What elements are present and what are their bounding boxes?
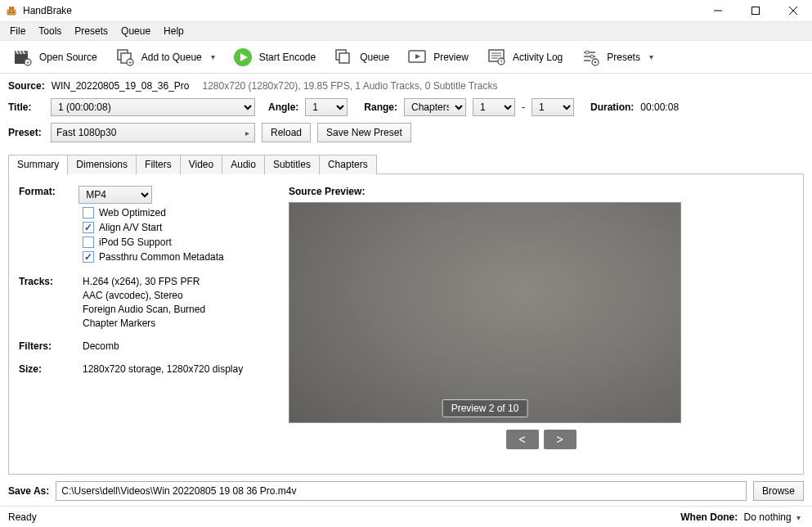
menu-presets[interactable]: Presets <box>68 23 114 39</box>
svg-rect-1 <box>9 7 14 10</box>
preview-prev-button[interactable]: < <box>506 430 539 449</box>
svg-point-31 <box>590 55 594 58</box>
checkbox-label: Align A/V Start <box>99 222 162 233</box>
tab-filters[interactable]: Filters <box>136 155 181 174</box>
title-select[interactable]: 1 (00:00:08) <box>51 98 255 116</box>
range-to-select[interactable]: 1 <box>532 98 574 116</box>
checkbox-web-optimized[interactable]: Web Optimized <box>83 207 272 218</box>
preset-select[interactable]: Fast 1080p30 ▸ <box>51 123 255 142</box>
menubar: File Tools Presets Queue Help <box>0 21 812 41</box>
reload-preset-button[interactable]: Reload <box>262 123 311 142</box>
tab-audio[interactable]: Audio <box>222 155 265 174</box>
checkbox-ipod-5g-support[interactable]: iPod 5G Support <box>83 236 272 248</box>
film-clapper-icon: + <box>13 47 33 67</box>
save-new-preset-button[interactable]: Save New Preset <box>317 123 411 142</box>
duration-label: Duration: <box>590 101 634 113</box>
statusbar: Ready When Done: Do nothing ▾ <box>0 506 812 527</box>
checkbox-align-av-start[interactable]: Align A/V Start <box>83 222 272 233</box>
when-done-value: Do nothing <box>744 511 792 523</box>
preview-button[interactable]: Preview <box>401 44 475 70</box>
checkbox-icon <box>83 236 94 248</box>
svg-rect-0 <box>7 10 16 15</box>
filters-value: Decomb <box>83 340 119 352</box>
size-value: 1280x720 storage, 1280x720 display <box>83 363 243 375</box>
range-type-select[interactable]: Chapters <box>404 98 466 116</box>
format-label: Format: <box>19 186 76 197</box>
presets-button[interactable]: Presets ▾ <box>574 44 660 70</box>
log-icon <box>487 47 506 67</box>
activity-log-label: Activity Log <box>513 52 563 63</box>
svg-rect-19 <box>339 53 349 63</box>
browse-button[interactable]: Browse <box>753 481 804 501</box>
start-encode-button[interactable]: Start Encode <box>227 44 322 70</box>
open-source-button[interactable]: + Open Source <box>7 44 104 70</box>
menu-queue[interactable]: Queue <box>114 23 157 39</box>
svg-rect-5 <box>752 7 760 15</box>
minimize-button[interactable] <box>699 0 737 21</box>
toolbar: + Open Source + Add to Queue ▾ Start Enc… <box>0 41 812 74</box>
tab-video[interactable]: Video <box>180 155 222 174</box>
monitor-play-icon <box>407 47 427 67</box>
chevron-down-icon: ▾ <box>647 52 653 61</box>
svg-point-30 <box>585 51 589 54</box>
open-source-label: Open Source <box>39 52 97 63</box>
svg-point-33 <box>594 61 597 63</box>
track-line: AAC (avcodec), Stereo <box>83 290 205 301</box>
size-label: Size: <box>19 363 83 375</box>
source-label: Source: <box>8 80 45 92</box>
activity-log-button[interactable]: Activity Log <box>480 44 569 70</box>
add-to-queue-button[interactable]: + Add to Queue ▾ <box>109 44 222 70</box>
preset-row: Preset: Fast 1080p30 ▸ Reload Save New P… <box>8 123 804 142</box>
checkbox-passthru-metadata[interactable]: Passthru Common Metadata <box>83 251 272 263</box>
maximize-button[interactable] <box>737 0 774 21</box>
status-text: Ready <box>8 511 37 523</box>
menu-tools[interactable]: Tools <box>32 23 68 39</box>
queue-button[interactable]: Queue <box>327 44 396 70</box>
save-path-input[interactable] <box>56 481 747 501</box>
angle-select[interactable]: 1 <box>305 98 348 116</box>
tab-subtitles[interactable]: Subtitles <box>264 155 320 174</box>
svg-text:+: + <box>128 59 132 66</box>
preset-label: Preset: <box>8 127 44 138</box>
source-name: WIN_20220805_19_08_36_Pro <box>52 80 190 92</box>
when-done-select[interactable]: Do nothing ▾ <box>741 510 804 525</box>
preview-title: Source Preview: <box>289 186 793 197</box>
chevron-down-icon: ▾ <box>209 52 215 61</box>
source-info: 1280x720 (1280x720), 19.85 FPS, 1 Audio … <box>203 80 498 92</box>
menu-help[interactable]: Help <box>157 23 191 39</box>
menu-file[interactable]: File <box>3 23 32 39</box>
tracks-values: H.264 (x264), 30 FPS PFR AAC (avcodec), … <box>83 276 205 329</box>
chevron-down-icon: ▾ <box>794 513 801 522</box>
range-from-select[interactable]: 1 <box>473 98 515 116</box>
tracks-label: Tracks: <box>19 276 83 329</box>
play-icon <box>233 47 253 67</box>
checkbox-icon <box>83 251 94 263</box>
tabs: Summary Dimensions Filters Video Audio S… <box>8 154 804 174</box>
angle-label: Angle: <box>268 101 298 113</box>
svg-point-2 <box>9 11 11 13</box>
frames-add-icon: + <box>115 47 135 67</box>
sliders-gear-icon <box>581 47 600 67</box>
title-label: Title: <box>8 101 44 113</box>
checkbox-icon <box>83 207 94 218</box>
format-select[interactable]: MP4 <box>79 186 152 204</box>
range-label: Range: <box>364 101 397 113</box>
close-button[interactable] <box>774 0 812 21</box>
tab-dimensions[interactable]: Dimensions <box>67 155 137 174</box>
tab-chapters[interactable]: Chapters <box>319 155 377 174</box>
checkbox-label: Passthru Common Metadata <box>99 251 224 263</box>
preview-counter-badge: Preview 2 of 10 <box>442 399 528 417</box>
checkbox-label: iPod 5G Support <box>99 236 172 248</box>
chevron-right-icon: ▸ <box>243 128 249 137</box>
save-row: Save As: Browse <box>8 481 804 501</box>
preset-value: Fast 1080p30 <box>56 127 116 138</box>
frames-icon <box>334 47 353 67</box>
app-icon <box>5 4 18 17</box>
presets-label: Presets <box>607 52 640 63</box>
range-separator: - <box>522 101 525 113</box>
svg-point-3 <box>12 11 14 13</box>
when-done-label: When Done: <box>680 511 738 523</box>
tab-summary[interactable]: Summary <box>8 155 68 174</box>
preview-next-button[interactable]: > <box>544 430 576 449</box>
checkbox-label: Web Optimized <box>99 207 166 218</box>
